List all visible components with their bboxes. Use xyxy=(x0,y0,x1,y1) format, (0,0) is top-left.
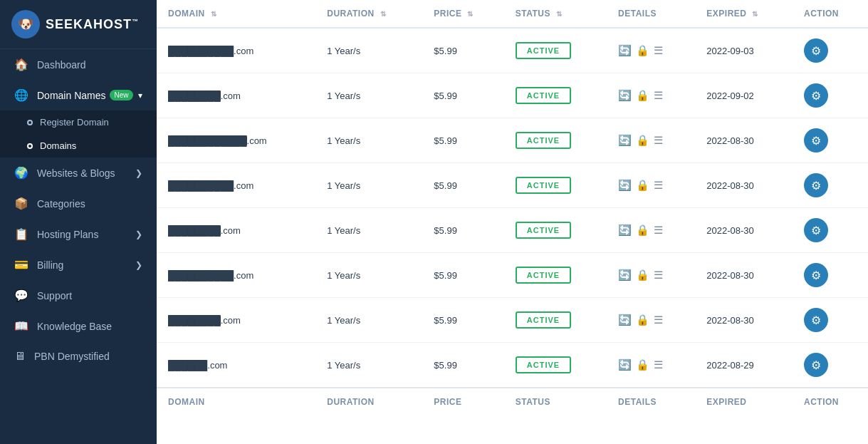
gear-button[interactable]: ⚙ xyxy=(804,128,828,153)
duration-value: 1 Year/s xyxy=(327,46,360,56)
list-icon[interactable]: ☰ xyxy=(654,224,663,237)
cell-details: 🔄 🔒 ☰ xyxy=(607,163,695,208)
cell-duration: 1 Year/s xyxy=(315,118,422,163)
footer-col-action: ACTION xyxy=(793,388,868,415)
details-icons: 🔄 🔒 ☰ xyxy=(618,134,684,147)
sidebar-item-domain-names[interactable]: 🌐 Domain Names New ▾ xyxy=(0,80,157,110)
gear-button[interactable]: ⚙ xyxy=(804,353,828,377)
sidebar-item-domains[interactable]: Domains xyxy=(0,134,157,158)
list-icon[interactable]: ☰ xyxy=(654,269,663,282)
cell-status: ACTIVE xyxy=(504,298,607,343)
refresh-icon[interactable]: 🔄 xyxy=(618,358,632,371)
sort-icon[interactable]: ⇅ xyxy=(211,10,217,18)
gear-button[interactable]: ⚙ xyxy=(804,83,828,108)
chevron-right-icon: ❯ xyxy=(135,168,142,178)
list-icon[interactable]: ☰ xyxy=(654,314,663,326)
home-icon: 🏠 xyxy=(14,58,28,71)
cell-details: 🔄 🔒 ☰ xyxy=(607,28,695,73)
lock-icon[interactable]: 🔒 xyxy=(636,89,649,102)
details-icons: 🔄 🔒 ☰ xyxy=(618,269,684,282)
col-details: DETAILS xyxy=(607,0,695,28)
duration-value: 1 Year/s xyxy=(327,135,360,146)
cell-price: $5.99 xyxy=(422,253,503,298)
sidebar-item-dashboard[interactable]: 🏠 Dashboard xyxy=(0,49,157,80)
cell-action: ⚙ xyxy=(793,208,868,253)
domain-redacted: ████████████ xyxy=(168,135,247,146)
gear-button[interactable]: ⚙ xyxy=(804,218,828,242)
status-badge: ACTIVE xyxy=(516,132,571,149)
cell-expired: 2022-08-30 xyxy=(695,298,793,343)
gear-button[interactable]: ⚙ xyxy=(804,263,828,287)
sort-icon[interactable]: ⇅ xyxy=(467,10,474,18)
sidebar-item-register-domain[interactable]: Register Domain xyxy=(0,110,157,134)
logo-text: SEEKAHOST™ xyxy=(46,17,139,32)
gear-button[interactable]: ⚙ xyxy=(804,308,828,332)
cell-status: ACTIVE xyxy=(504,253,607,298)
price-value: $5.99 xyxy=(434,225,457,236)
refresh-icon[interactable]: 🔄 xyxy=(618,269,632,282)
sort-icon[interactable]: ⇅ xyxy=(380,10,387,18)
lock-icon[interactable]: 🔒 xyxy=(636,224,649,237)
sort-icon[interactable]: ⇅ xyxy=(752,10,758,18)
col-price[interactable]: PRICE ⇅ xyxy=(422,0,503,28)
sidebar-item-label: Websites & Blogs xyxy=(37,167,115,179)
refresh-icon[interactable]: 🔄 xyxy=(618,314,632,326)
col-duration[interactable]: DURATION ⇅ xyxy=(315,0,422,28)
list-icon[interactable]: ☰ xyxy=(654,44,663,57)
price-value: $5.99 xyxy=(434,315,457,326)
cell-duration: 1 Year/s xyxy=(315,208,422,253)
sidebar-item-websites-blogs[interactable]: 🌍 Websites & Blogs ❯ xyxy=(0,158,157,188)
cell-domain: ██████.com xyxy=(157,343,315,388)
cell-domain: ████████.com xyxy=(157,298,315,343)
gear-button[interactable]: ⚙ xyxy=(804,173,828,197)
col-status[interactable]: STATUS ⇅ xyxy=(504,0,607,28)
list-icon[interactable]: ☰ xyxy=(654,179,663,192)
list-icon[interactable]: ☰ xyxy=(654,89,663,102)
sidebar-item-categories[interactable]: 📦 Categories xyxy=(0,188,157,219)
sidebar-item-knowledge-base[interactable]: 📖 Knowledge Base xyxy=(0,311,157,341)
refresh-icon[interactable]: 🔄 xyxy=(618,224,632,237)
domain-tld: .com xyxy=(221,315,241,326)
col-domain[interactable]: DOMAIN ⇅ xyxy=(157,0,315,28)
expired-date: 2022-08-30 xyxy=(706,315,754,326)
sidebar: 🐶 SEEKAHOST™ 🏠 Dashboard 🌐 Domain Names … xyxy=(0,0,157,444)
refresh-icon[interactable]: 🔄 xyxy=(618,44,632,57)
sidebar-item-label: Domains xyxy=(40,140,76,151)
footer-col-price: PRICE xyxy=(422,388,503,415)
cell-details: 🔄 🔒 ☰ xyxy=(607,118,695,163)
dot-icon xyxy=(27,120,33,125)
details-icons: 🔄 🔒 ☰ xyxy=(618,179,684,192)
status-badge: ACTIVE xyxy=(516,87,571,104)
list-icon[interactable]: ☰ xyxy=(654,358,663,371)
status-badge: ACTIVE xyxy=(516,356,571,373)
sort-icon[interactable]: ⇅ xyxy=(556,10,563,18)
list-icon[interactable]: ☰ xyxy=(654,134,663,147)
refresh-icon[interactable]: 🔄 xyxy=(618,134,632,147)
lock-icon[interactable]: 🔒 xyxy=(636,314,649,326)
refresh-icon[interactable]: 🔄 xyxy=(618,89,632,102)
pbn-icon: 🖥 xyxy=(14,350,26,363)
lock-icon[interactable]: 🔒 xyxy=(636,44,649,57)
col-expired[interactable]: EXPIRED ⇅ xyxy=(695,0,793,28)
lock-icon[interactable]: 🔒 xyxy=(636,134,649,147)
refresh-icon[interactable]: 🔄 xyxy=(618,179,632,192)
lock-icon[interactable]: 🔒 xyxy=(636,358,649,371)
cell-duration: 1 Year/s xyxy=(315,73,422,118)
table-footer: DOMAIN DURATION PRICE STATUS DETAILS EXP… xyxy=(157,388,868,415)
sidebar-item-support[interactable]: 💬 Support xyxy=(0,280,157,311)
sidebar-item-hosting-plans[interactable]: 📋 Hosting Plans ❯ xyxy=(0,219,157,249)
sidebar-item-label: Billing xyxy=(37,259,63,271)
dot-active-icon xyxy=(27,143,33,149)
cell-status: ACTIVE xyxy=(504,28,607,73)
lock-icon[interactable]: 🔒 xyxy=(636,269,649,282)
sidebar-item-pbn-demystified[interactable]: 🖥 PBN Demystified xyxy=(0,341,157,371)
cell-details: 🔄 🔒 ☰ xyxy=(607,253,695,298)
price-value: $5.99 xyxy=(434,180,457,191)
billing-icon: 💳 xyxy=(14,258,28,272)
cell-price: $5.99 xyxy=(422,298,503,343)
status-badge: ACTIVE xyxy=(516,311,571,329)
lock-icon[interactable]: 🔒 xyxy=(636,179,649,192)
gear-button[interactable]: ⚙ xyxy=(804,38,828,63)
cell-action: ⚙ xyxy=(793,163,868,208)
sidebar-item-billing[interactable]: 💳 Billing ❯ xyxy=(0,249,157,280)
